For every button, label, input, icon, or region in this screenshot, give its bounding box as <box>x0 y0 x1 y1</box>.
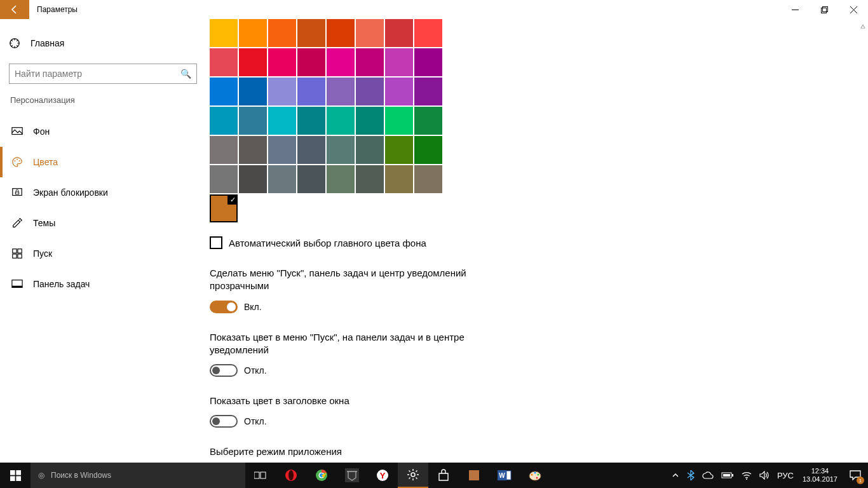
show-start-color-toggle[interactable] <box>210 364 238 377</box>
color-swatch[interactable] <box>210 19 238 47</box>
taskbar-app-generic-1[interactable] <box>459 463 489 488</box>
color-swatch[interactable] <box>327 19 355 47</box>
close-button[interactable] <box>839 0 868 19</box>
svg-point-39 <box>534 472 536 474</box>
color-swatch[interactable] <box>210 136 238 164</box>
color-swatch[interactable] <box>385 19 413 47</box>
color-swatch[interactable] <box>327 78 355 105</box>
color-swatch[interactable] <box>210 165 238 193</box>
transparency-state: Вкл. <box>244 302 262 312</box>
battery-icon[interactable] <box>717 463 738 488</box>
language-indicator[interactable]: РУС <box>773 463 797 488</box>
start-button[interactable] <box>0 463 31 488</box>
color-swatch[interactable] <box>210 107 238 135</box>
color-swatch[interactable] <box>385 107 413 135</box>
color-swatch[interactable] <box>356 107 384 135</box>
sidebar-item-lockscreen[interactable]: Экран блокировки <box>9 177 197 208</box>
search-input[interactable]: 🔍 <box>9 64 197 84</box>
tray-overflow-button[interactable] <box>668 463 683 488</box>
svg-point-32 <box>411 473 415 477</box>
color-swatch[interactable] <box>239 78 267 105</box>
color-swatch[interactable] <box>210 48 238 76</box>
task-view-button[interactable] <box>245 463 276 488</box>
svg-rect-13 <box>18 249 22 253</box>
transparency-toggle[interactable] <box>210 301 238 313</box>
color-swatch[interactable] <box>239 19 267 47</box>
svg-point-41 <box>536 477 538 479</box>
color-swatch[interactable] <box>297 78 325 105</box>
color-swatch[interactable] <box>385 136 413 164</box>
taskbar-app-chrome[interactable] <box>306 463 337 488</box>
taskbar-app-store[interactable] <box>428 463 459 488</box>
color-swatch[interactable] <box>239 165 267 193</box>
color-swatch[interactable] <box>268 165 296 193</box>
color-swatch[interactable] <box>297 165 325 193</box>
color-swatch[interactable] <box>239 136 267 164</box>
color-swatch[interactable] <box>327 48 355 76</box>
color-swatch[interactable] <box>327 165 355 193</box>
volume-icon[interactable] <box>756 463 773 488</box>
color-swatch[interactable] <box>297 136 325 164</box>
color-swatch[interactable] <box>268 136 296 164</box>
home-link[interactable]: Главная <box>9 30 197 56</box>
taskbar-app-word[interactable]: W <box>489 463 520 488</box>
auto-color-checkbox[interactable] <box>210 236 222 249</box>
wifi-icon[interactable] <box>738 463 756 488</box>
color-swatch[interactable] <box>356 48 384 76</box>
color-swatch[interactable] <box>327 136 355 164</box>
color-swatch[interactable] <box>385 78 413 105</box>
sidebar-item-label: Фон <box>33 126 50 137</box>
color-swatch[interactable] <box>356 78 384 105</box>
color-swatch[interactable] <box>414 78 442 105</box>
sidebar-item-colors[interactable]: Цвета <box>9 147 197 177</box>
action-center-button[interactable]: 1 <box>843 463 868 488</box>
sidebar-item-taskbar[interactable]: Панель задач <box>9 269 197 299</box>
taskbar-search[interactable]: ◎ Поиск в Windows <box>31 463 245 488</box>
scroll-up-icon[interactable]: ㅿ <box>859 22 867 32</box>
svg-rect-19 <box>16 470 21 475</box>
selected-color-swatch[interactable]: ✓ <box>210 194 238 222</box>
taskbar: ◎ Поиск в Windows Y W РУС 12:34 13.04.20… <box>0 463 868 488</box>
svg-rect-44 <box>723 474 730 477</box>
sidebar-item-background[interactable]: Фон <box>9 116 197 147</box>
maximize-button[interactable] <box>810 0 839 19</box>
color-swatch[interactable] <box>297 48 325 76</box>
taskbar-app-yandex[interactable]: Y <box>367 463 398 488</box>
color-swatch[interactable] <box>268 19 296 47</box>
color-swatch[interactable] <box>356 165 384 193</box>
svg-rect-43 <box>732 474 733 477</box>
taskbar-app-paint[interactable] <box>520 463 550 488</box>
svg-rect-1 <box>821 8 826 13</box>
color-swatch[interactable] <box>414 48 442 76</box>
color-swatch[interactable] <box>239 48 267 76</box>
show-titlebar-color-toggle[interactable] <box>210 415 238 428</box>
color-swatch[interactable] <box>356 19 384 47</box>
sidebar-item-themes[interactable]: Темы <box>9 208 197 238</box>
taskbar-app-opera[interactable] <box>276 463 306 488</box>
color-swatch[interactable] <box>385 165 413 193</box>
color-swatch[interactable] <box>239 107 267 135</box>
color-swatch[interactable] <box>268 107 296 135</box>
back-button[interactable] <box>0 0 29 19</box>
color-swatch[interactable] <box>414 107 442 135</box>
svg-rect-18 <box>10 470 15 475</box>
color-swatch[interactable] <box>268 78 296 105</box>
taskbar-app-settings[interactable] <box>398 463 428 488</box>
color-swatch[interactable] <box>414 19 442 47</box>
color-swatch[interactable] <box>414 136 442 164</box>
clock[interactable]: 12:34 13.04.2017 <box>797 467 843 484</box>
onedrive-icon[interactable] <box>698 463 717 488</box>
home-label: Главная <box>31 38 64 48</box>
sidebar-item-start[interactable]: Пуск <box>9 238 197 269</box>
color-swatch[interactable] <box>327 107 355 135</box>
color-swatch[interactable] <box>414 165 442 193</box>
taskbar-app-wot[interactable] <box>337 463 367 488</box>
color-swatch[interactable] <box>210 78 238 105</box>
bluetooth-icon[interactable] <box>683 463 698 488</box>
color-swatch[interactable] <box>297 19 325 47</box>
color-swatch[interactable] <box>268 48 296 76</box>
color-swatch[interactable] <box>385 48 413 76</box>
color-swatch[interactable] <box>356 136 384 164</box>
color-swatch[interactable] <box>297 107 325 135</box>
minimize-button[interactable] <box>780 0 810 19</box>
